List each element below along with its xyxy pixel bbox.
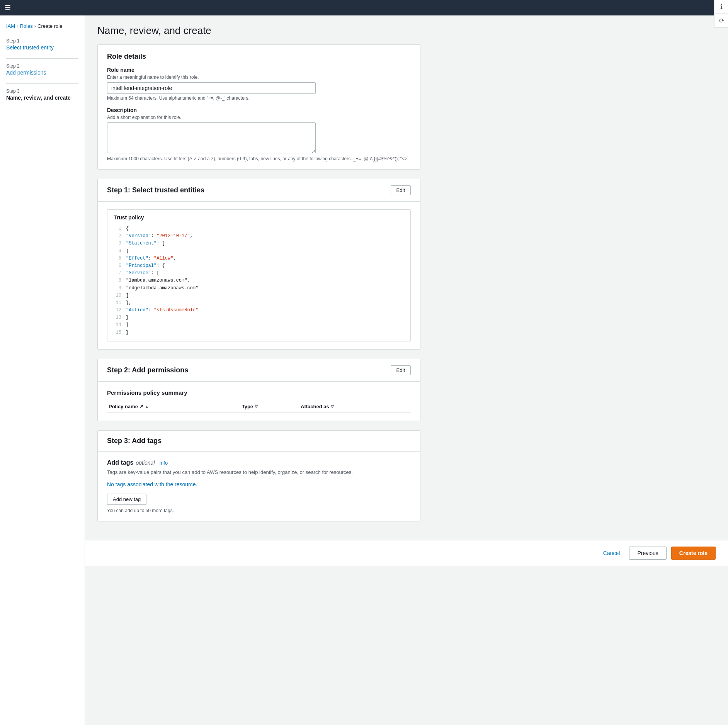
step3-section: Step 3: Add tags Add tags optional Info … <box>97 430 420 521</box>
create-role-button[interactable]: Create role <box>671 547 716 560</box>
col-type-sort[interactable]: ▽ <box>255 404 258 409</box>
settings-icon-btn[interactable]: ⟳ <box>714 14 728 28</box>
code-line: 7 "Service": [ <box>114 270 404 277</box>
col-policy-name[interactable]: Policy name ↗ ▲ <box>107 401 240 413</box>
right-icon-panel: ℹ ⟳ <box>714 0 728 28</box>
role-name-label: Role name <box>107 67 411 73</box>
role-details-title: Role details <box>107 53 411 61</box>
col-attached-as[interactable]: Attached as ▽ <box>299 401 411 413</box>
role-name-input[interactable] <box>107 82 316 94</box>
step1-body: Trust policy 1{2 "Version": "2012-10-17"… <box>98 202 420 349</box>
code-line: 15} <box>114 329 404 336</box>
line-content: { <box>126 248 129 255</box>
sidebar-step-1-link[interactable]: Select trusted entity <box>6 44 54 51</box>
line-content: } <box>126 329 129 336</box>
code-line: 5 "Effect": "Allow", <box>114 255 404 262</box>
action-bar: Cancel Previous Create role <box>85 540 728 566</box>
line-number: 10 <box>114 292 121 299</box>
col-type[interactable]: Type ▽ <box>240 401 299 413</box>
step-1-label: Step 1 <box>6 38 78 44</box>
line-content: } <box>126 314 129 321</box>
code-line: 9 "edgelambda.amazonaws.com" <box>114 285 404 292</box>
line-content: "Effect": "Allow", <box>126 255 176 262</box>
info-link[interactable]: Info <box>160 460 168 466</box>
tags-footer-note: You can add up to 50 more tags. <box>107 508 411 513</box>
breadcrumb-sep-2: › <box>34 23 36 29</box>
sidebar-step-1: Step 1 Select trusted entity <box>6 38 78 51</box>
line-content: "Principal": { <box>126 262 165 270</box>
line-content: "lambda.amazonaws.com", <box>126 277 190 284</box>
step3-body: Add tags optional Info Tags are key-valu… <box>98 452 420 521</box>
permissions-table: Policy name ↗ ▲ Type ▽ <box>107 401 411 413</box>
breadcrumb: IAM › Roles › Create role <box>6 23 78 29</box>
code-line: 1{ <box>114 225 404 233</box>
add-new-tag-button[interactable]: Add new tag <box>107 494 146 505</box>
sidebar-step-2: Step 2 Add permissions <box>6 63 78 76</box>
sidebar: IAM › Roles › Create role Step 1 Select … <box>0 15 85 725</box>
code-line: 13 } <box>114 314 404 321</box>
col-policy-name-label: Policy name <box>109 404 138 409</box>
line-content: ] <box>126 292 129 299</box>
breadcrumb-roles[interactable]: Roles <box>20 23 32 29</box>
code-block: 1{2 "Version": "2012-10-17",3 "Statement… <box>114 225 404 336</box>
line-number: 6 <box>114 262 121 270</box>
sidebar-step-3-text: Name, review, and create <box>6 95 78 101</box>
line-content: { <box>126 225 129 233</box>
top-bar: ☰ <box>0 0 728 15</box>
line-number: 8 <box>114 277 121 284</box>
page-title: Name, review, and create <box>97 25 420 37</box>
step1-header: Step 1: Select trusted entities Edit <box>98 179 420 202</box>
role-details-card: Role details Role name Enter a meaningfu… <box>97 44 420 170</box>
breadcrumb-sep-1: › <box>17 23 18 29</box>
line-content: "Version": "2012-10-17", <box>126 233 193 240</box>
sidebar-step-2-link[interactable]: Add permissions <box>6 70 46 76</box>
col-attached-sort[interactable]: ▽ <box>331 404 334 409</box>
step2-edit-button[interactable]: Edit <box>391 365 411 375</box>
line-number: 11 <box>114 299 121 307</box>
code-line: 11 }, <box>114 299 404 307</box>
tags-optional: optional <box>136 460 155 466</box>
breadcrumb-iam[interactable]: IAM <box>6 23 15 29</box>
code-line: 12 "Action": "sts:AssumeRole" <box>114 307 404 314</box>
line-number: 15 <box>114 329 121 336</box>
step2-title: Step 2: Add permissions <box>107 366 188 374</box>
code-line: 10 ] <box>114 292 404 299</box>
line-number: 2 <box>114 233 121 240</box>
col-policy-sort-asc[interactable]: ▲ <box>145 404 149 409</box>
code-line: 6 "Principal": { <box>114 262 404 270</box>
info-icon-btn[interactable]: ℹ <box>714 0 728 14</box>
line-content: "Statement": [ <box>126 240 165 247</box>
previous-button[interactable]: Previous <box>629 547 666 560</box>
line-number: 12 <box>114 307 121 314</box>
menu-icon[interactable]: ☰ <box>5 3 11 12</box>
line-number: 4 <box>114 248 121 255</box>
breadcrumb-current: Create role <box>37 23 62 29</box>
line-number: 7 <box>114 270 121 277</box>
role-name-hint: Enter a meaningful name to identify this… <box>107 75 411 80</box>
tags-subtitle: Tags are key-value pairs that you can ad… <box>107 469 411 475</box>
line-content: }, <box>126 299 131 307</box>
external-link-icon: ↗ <box>139 404 143 409</box>
step1-edit-button[interactable]: Edit <box>391 185 411 195</box>
code-line: 3 "Statement": [ <box>114 240 404 247</box>
description-note: Maximum 1000 characters. Use letters (A-… <box>107 156 411 161</box>
cancel-button[interactable]: Cancel <box>599 547 625 559</box>
code-line: 4 { <box>114 248 404 255</box>
code-line: 8 "lambda.amazonaws.com", <box>114 277 404 284</box>
code-line: 14 ] <box>114 321 404 329</box>
step2-section: Step 2: Add permissions Edit Permissions… <box>97 359 420 421</box>
line-content: ] <box>126 321 129 329</box>
description-input[interactable] <box>107 122 316 153</box>
line-content: "Service": [ <box>126 270 159 277</box>
line-number: 1 <box>114 225 121 233</box>
role-name-note: Maximum 64 characters. Use alphanumeric … <box>107 95 411 101</box>
line-number: 3 <box>114 240 121 247</box>
trust-policy-title: Trust policy <box>114 214 404 221</box>
step2-header: Step 2: Add permissions Edit <box>98 359 420 382</box>
line-number: 14 <box>114 321 121 329</box>
line-number: 9 <box>114 285 121 292</box>
description-label: Description <box>107 107 411 113</box>
col-type-label: Type <box>242 404 253 409</box>
step1-title: Step 1: Select trusted entities <box>107 186 204 194</box>
code-line: 2 "Version": "2012-10-17", <box>114 233 404 240</box>
